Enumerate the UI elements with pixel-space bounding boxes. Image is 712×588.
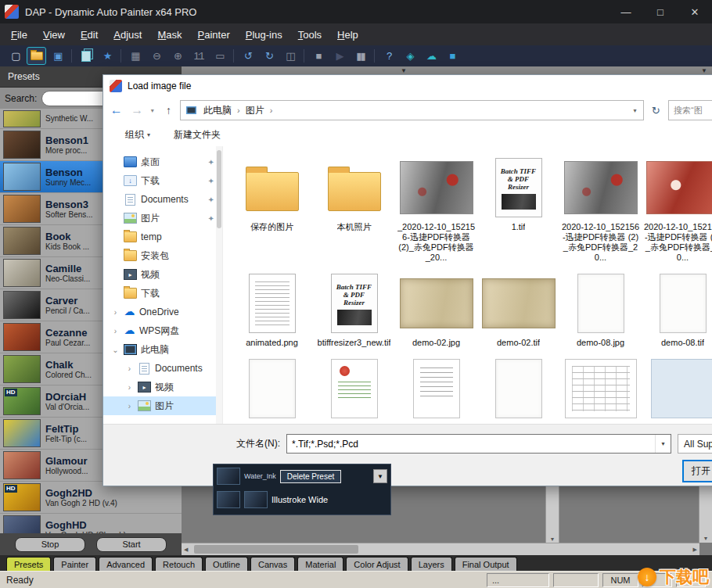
preset-item[interactable]: GoghHD Van Gogh HD (Church) xyxy=(0,514,182,533)
tree-scrollbar[interactable] xyxy=(216,146,222,425)
tree-item[interactable]: 图片 ✦ xyxy=(103,209,222,228)
file-item[interactable]: animated.png xyxy=(231,269,313,348)
collapse-arrow-icon[interactable]: ▼ xyxy=(401,67,407,74)
tab-layers[interactable]: Layers xyxy=(411,557,452,571)
menu-item[interactable]: File xyxy=(3,23,35,45)
tab-painter[interactable]: Painter xyxy=(53,557,96,571)
color-swatch-icon[interactable]: ■ xyxy=(442,47,462,65)
refresh-icon[interactable]: ↻ xyxy=(646,101,666,120)
dropdown-arrow-icon[interactable]: ▼ xyxy=(373,469,387,483)
close-button[interactable]: ✕ xyxy=(678,0,712,23)
combo-dropdown-icon[interactable]: ▾ xyxy=(655,435,671,453)
file-item[interactable]: Batch TIFF & PDF Resizer btiffresizer3_n… xyxy=(313,269,395,348)
file-item[interactable] xyxy=(231,354,313,423)
chevron-icon[interactable]: › xyxy=(125,402,134,411)
copy-icon[interactable] xyxy=(76,47,95,65)
menu-item[interactable]: Edit xyxy=(73,23,106,45)
tree-item[interactable]: Documents ✦ xyxy=(103,190,222,209)
scroll-right-icon[interactable]: ▶ xyxy=(693,547,697,553)
save-icon[interactable]: ▣ xyxy=(48,47,67,65)
file-item[interactable]: demo-02.tif xyxy=(477,269,559,348)
tree-item[interactable]: › WPS网盘 xyxy=(103,321,222,340)
history-dropdown-icon[interactable]: ▾ xyxy=(148,101,157,120)
breadcrumb-segment[interactable]: 此电脑 › xyxy=(200,104,243,117)
filetype-dropdown[interactable]: All Sup xyxy=(678,434,712,454)
scroll-down-icon[interactable]: ▼ xyxy=(546,536,559,542)
file-item[interactable]: Batch TIFF & PDF Resizer 1.tif xyxy=(477,153,559,263)
tree-item[interactable]: temp xyxy=(103,228,222,246)
file-item[interactable]: _2020-12-10_152156-迅捷PDF转换器 (2)_赤兔PDF转换器… xyxy=(395,153,477,263)
zoom-in-icon[interactable]: ⊕ xyxy=(167,47,187,65)
tab-advanced[interactable]: Advanced xyxy=(99,557,153,571)
rotate-right-icon[interactable]: ↻ xyxy=(259,47,279,65)
menu-item[interactable]: Mask xyxy=(149,23,189,45)
forward-icon[interactable]: → xyxy=(128,101,146,120)
minimize-button[interactable]: — xyxy=(609,0,643,23)
scrollbar-thumb[interactable] xyxy=(217,150,221,228)
tree-item[interactable]: 桌面 ✦ xyxy=(103,152,222,171)
file-item[interactable]: demo-08.jpg xyxy=(559,269,642,348)
maximize-button[interactable]: □ xyxy=(643,0,678,23)
tree-item[interactable]: › Documents xyxy=(103,359,222,378)
tree-item[interactable]: › 图片 xyxy=(103,396,222,415)
layers-icon[interactable]: ◈ xyxy=(400,47,419,65)
image-icon[interactable]: ▦ xyxy=(125,47,145,65)
tree-item[interactable]: 视频 xyxy=(103,265,222,284)
stop-button[interactable]: Stop xyxy=(15,537,85,552)
new-folder-button[interactable]: 新建文件夹 xyxy=(174,128,221,142)
start-button[interactable]: Start xyxy=(96,537,167,552)
scroll-down-icon[interactable]: ▼ xyxy=(699,536,712,541)
menu-item[interactable]: View xyxy=(35,23,73,45)
file-item[interactable]: 2020-12-10_152156-迅捷PDF转换器 (2)_赤兔PDF转换器_… xyxy=(559,153,642,263)
file-item[interactable] xyxy=(642,354,712,423)
dialog-search-box[interactable]: 搜索“图 xyxy=(668,100,712,120)
breadcrumb-segment[interactable]: 图片 › xyxy=(243,104,275,117)
rotate-left-icon[interactable]: ↺ xyxy=(238,47,257,65)
address-bar[interactable]: 此电脑 › 图片 › ▾ xyxy=(180,100,643,120)
tab-final-output[interactable]: Final Output xyxy=(455,557,517,571)
preset-entry-label[interactable]: Illustroke Wide xyxy=(271,495,328,504)
chevron-icon[interactable]: › xyxy=(125,383,134,392)
open-button[interactable]: 打开 xyxy=(682,460,712,482)
chevron-icon[interactable]: › xyxy=(111,327,120,335)
delete-preset-button[interactable]: Delete Preset xyxy=(280,470,342,483)
main-horizontal-scrollbar[interactable]: ◀ ▶ xyxy=(182,543,699,556)
file-item[interactable] xyxy=(477,354,559,423)
scroll-left-icon[interactable]: ◀ xyxy=(184,547,188,553)
file-item[interactable] xyxy=(559,354,642,423)
file-item[interactable] xyxy=(395,354,477,423)
crop-icon[interactable]: ◫ xyxy=(280,47,300,65)
chevron-icon[interactable]: › xyxy=(125,364,134,373)
help-icon[interactable]: ? xyxy=(379,47,398,65)
organize-button[interactable]: 组织 ▾ xyxy=(125,128,150,142)
tree-item[interactable]: › OneDrive xyxy=(103,303,222,321)
tab-color-adjust[interactable]: Color Adjust xyxy=(346,557,408,571)
tab-presets[interactable]: Presets xyxy=(6,557,51,571)
scrollbar-thumb[interactable] xyxy=(194,545,358,554)
menu-item[interactable]: Adjust xyxy=(106,23,149,45)
fit-view-icon[interactable]: ▭ xyxy=(210,47,229,65)
chevron-icon[interactable]: ⌄ xyxy=(111,346,120,354)
filename-input[interactable] xyxy=(287,435,655,453)
favorites-icon[interactable]: ★ xyxy=(97,47,117,65)
menu-item[interactable]: Plug-ins xyxy=(238,23,290,45)
tab-material[interactable]: Material xyxy=(297,557,343,571)
file-item[interactable]: demo-08.tif xyxy=(642,269,712,348)
tab-canvas[interactable]: Canvas xyxy=(250,557,295,571)
file-item[interactable]: 保存的图片 xyxy=(231,153,313,263)
filename-combo[interactable]: ▾ xyxy=(286,434,671,454)
tab-retouch[interactable]: Retouch xyxy=(155,557,203,571)
tree-item[interactable]: 安装包 xyxy=(103,246,222,265)
preset-item[interactable]: HD Gogh2HD Van Gogh 2 HD (v.4) xyxy=(0,482,182,514)
file-item[interactable]: 本机照片 xyxy=(313,153,395,263)
menu-item[interactable]: Painter xyxy=(190,23,238,45)
actual-size-icon[interactable]: 1:1 xyxy=(189,47,208,65)
tab-outline[interactable]: Outline xyxy=(205,557,248,571)
stop-icon[interactable]: ■ xyxy=(308,47,328,65)
file-item[interactable]: 2020-12-10_152156-迅捷PDF转换器 (2)_赤兔PDF转换器_… xyxy=(642,153,712,263)
chevron-icon[interactable]: › xyxy=(111,308,120,317)
tree-item[interactable]: › 视频 xyxy=(103,378,222,396)
tree-item[interactable]: 下载 xyxy=(103,284,222,303)
menu-item[interactable]: Tools xyxy=(290,23,329,45)
tree-item[interactable]: 下载 ✦ xyxy=(103,171,222,190)
